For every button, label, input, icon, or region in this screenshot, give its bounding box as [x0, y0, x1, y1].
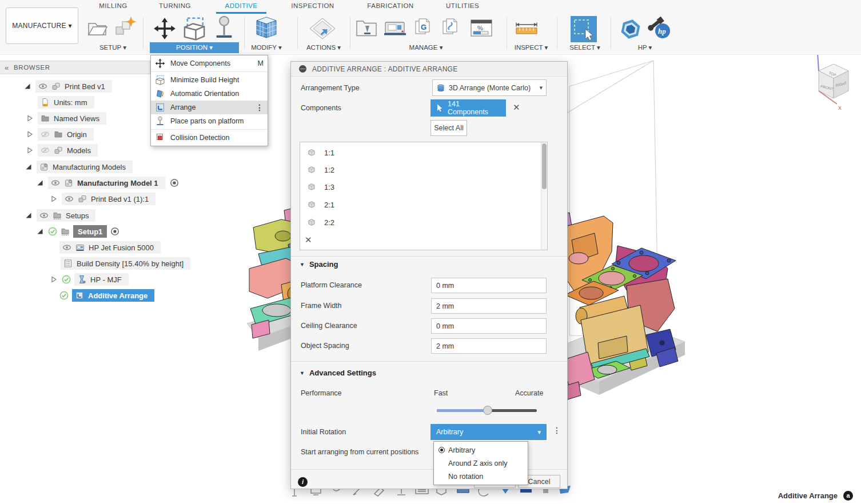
overflow-dots-icon[interactable]: ⋮ [256, 103, 264, 112]
hp-hexagon-icon[interactable] [619, 17, 643, 41]
frame-width-input[interactable] [431, 298, 547, 314]
minimize-build-height-icon[interactable] [182, 16, 207, 41]
menu-item-place-parts[interactable]: Place parts on platform [151, 114, 268, 128]
performance-slider[interactable] [437, 409, 537, 412]
visibility-eye-off-icon[interactable] [41, 130, 50, 139]
tab-fabrication[interactable]: FABRICATION [366, 2, 415, 9]
menu-item-arrange[interactable]: Arrange ⋮ [151, 101, 268, 114]
collapsed-arrow-icon[interactable] [49, 275, 58, 284]
tree-row-build-density[interactable]: Build Density [15.40% by height] [61, 257, 190, 270]
scrollbar-thumb[interactable] [542, 143, 547, 189]
info-icon[interactable]: i [298, 477, 308, 487]
visibility-eye-icon[interactable] [51, 178, 60, 187]
task-manager-icon[interactable]: % [470, 18, 493, 38]
autodesk-logo-icon[interactable]: a [843, 491, 853, 501]
menu-item-minimize-build-height[interactable]: Minimize Build Height [151, 73, 268, 87]
machine-library-icon[interactable] [384, 18, 406, 38]
active-target-radio-icon[interactable] [170, 178, 179, 187]
visibility-eye-icon[interactable] [38, 82, 47, 91]
tab-additive[interactable]: ADDITIVE [224, 2, 258, 9]
select-all-button[interactable]: Select All [431, 120, 467, 136]
collapsed-arrow-icon[interactable] [25, 146, 34, 155]
menu-item-move-components[interactable]: Move Components M [151, 57, 268, 70]
tab-inspection[interactable]: INSPECTION [289, 2, 337, 9]
tab-milling[interactable]: MILLING [97, 2, 129, 9]
collapsed-arrow-icon[interactable] [25, 114, 34, 123]
tree-row-setup1[interactable]: Setup1 [35, 225, 119, 238]
advanced-settings-section-header[interactable]: ▼ Advanced Settings [300, 369, 376, 377]
select-group-label[interactable]: SELECT ▾ [566, 43, 604, 51]
tree-row-setups[interactable]: Setups [24, 209, 95, 222]
rotation-option-no-rotation[interactable]: No rotation [434, 470, 528, 483]
component-list[interactable]: 1:1 1:2 1:3 2:1 2:2 ✕ [300, 142, 548, 250]
visibility-eye-icon[interactable] [39, 211, 49, 220]
visibility-eye-icon[interactable] [65, 194, 74, 203]
3d-parts[interactable] [553, 213, 678, 400]
collapsed-arrow-icon[interactable] [49, 194, 58, 203]
tree-row-print-bed[interactable]: Print Bed v1 [23, 79, 112, 93]
rotation-option-around-z[interactable]: Around Z axis only [434, 457, 528, 470]
setup-group-label[interactable]: SETUP ▾ [89, 43, 137, 51]
dialog-header[interactable]: — ADDITIVE ARRANGE : ADDITIVE ARRANGE [291, 62, 567, 77]
generate-toolpath-icon[interactable] [309, 17, 336, 40]
arrangement-type-dropdown[interactable]: 3D Arrange (Monte Carlo) ▾ [432, 79, 547, 96]
tree-row-manufacturing-models[interactable]: Manufacturing Models [24, 160, 133, 174]
actions-group-label[interactable]: ACTIONS ▾ [303, 43, 344, 51]
dialog-collapse-icon[interactable]: — [299, 65, 306, 73]
clear-components-icon[interactable]: ✕ [513, 102, 520, 113]
slider-handle[interactable] [483, 406, 492, 415]
hp-group-label[interactable]: HP ▾ [632, 43, 658, 51]
tree-row-units[interactable]: Units: mm [38, 95, 94, 109]
manage-group-label[interactable]: MANAGE ▾ [400, 43, 452, 51]
view-cube[interactable]: TOP FRONT RIGHT Z X [814, 47, 848, 111]
expand-arrow-icon[interactable] [35, 227, 45, 236]
position-group-label[interactable]: POSITION ▾ [150, 42, 239, 53]
tree-row-hp-mjf[interactable]: HP - MJF [49, 273, 129, 286]
tree-row-models[interactable]: Models [25, 143, 98, 157]
tree-row-print-bed-instance[interactable]: Print Bed v1 (1):1 [49, 192, 156, 206]
new-additive-setup-icon[interactable] [113, 15, 137, 39]
list-item[interactable]: 2:1 [307, 200, 334, 209]
tree-row-origin[interactable]: Origin [25, 127, 94, 141]
list-scrollbar[interactable] [541, 142, 547, 250]
hp-logo-icon[interactable]: hp [647, 16, 672, 41]
menu-item-collision-detection[interactable]: Collision Detection [151, 131, 268, 145]
new-setup-folder-icon[interactable] [87, 19, 109, 38]
list-item[interactable]: 1:2 [307, 165, 334, 174]
platform-clearance-input[interactable] [431, 278, 547, 293]
modify-group-label[interactable]: MODIFY ▾ [246, 43, 287, 51]
tree-row-named-views[interactable]: Named Views [25, 111, 106, 125]
expand-arrow-icon[interactable] [23, 82, 32, 91]
tab-turning[interactable]: TURNING [158, 2, 192, 9]
overflow-dots-icon[interactable]: ⋮ [553, 426, 561, 435]
inspect-group-label[interactable]: INSPECT ▾ [511, 43, 552, 51]
components-selection-chip[interactable]: 141 Components [431, 99, 506, 117]
select-window-icon[interactable] [571, 16, 598, 42]
ceiling-clearance-input[interactable] [431, 318, 547, 334]
object-spacing-input[interactable] [431, 338, 547, 354]
remove-from-list-icon[interactable]: ✕ [305, 235, 312, 245]
active-target-radio-icon[interactable] [110, 227, 119, 236]
expand-arrow-icon[interactable] [35, 178, 45, 187]
collapsed-arrow-icon[interactable] [25, 130, 34, 139]
tree-row-additive-arrange[interactable]: Additive Arrange [59, 289, 154, 302]
list-item[interactable]: 2:2 [307, 218, 334, 227]
move-components-icon[interactable] [153, 17, 176, 40]
tool-library-icon[interactable] [356, 18, 377, 38]
measure-icon[interactable] [515, 21, 539, 38]
template-library-icon[interactable] [441, 17, 463, 39]
tree-row-manufacturing-model-1[interactable]: Manufacturing Model 1 [35, 176, 179, 190]
list-item[interactable]: 1:3 [307, 182, 334, 191]
expand-arrow-icon[interactable] [24, 211, 33, 220]
modify-volume-icon[interactable] [253, 15, 280, 41]
expand-arrow-icon[interactable] [24, 162, 33, 171]
collapse-browser-icon[interactable]: « [0, 63, 14, 72]
tab-utilities[interactable]: UTILITIES [446, 2, 478, 9]
visibility-eye-off-icon[interactable] [41, 146, 50, 155]
rotation-option-arbitrary[interactable]: Arbitrary [434, 443, 528, 457]
visibility-eye-icon[interactable] [62, 243, 71, 252]
initial-rotation-dropdown[interactable]: Arbitrary ▾ [431, 424, 547, 440]
place-parts-icon[interactable] [213, 15, 236, 41]
post-library-icon[interactable]: G [414, 17, 436, 39]
menu-item-automatic-orientation[interactable]: Automatic Orientation [151, 87, 268, 101]
